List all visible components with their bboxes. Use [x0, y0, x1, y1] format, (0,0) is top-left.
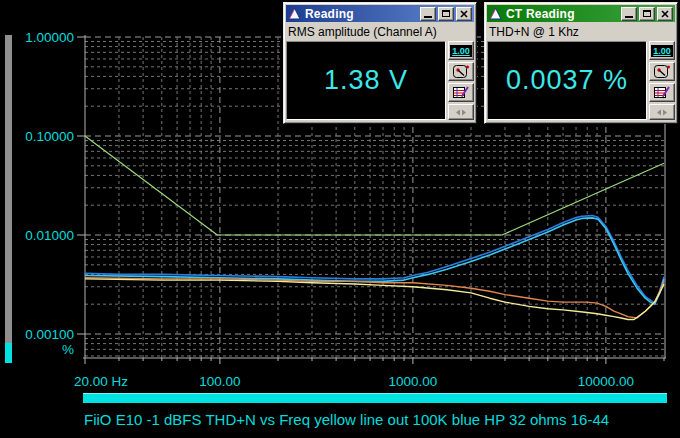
- log-data-button[interactable]: [448, 83, 474, 102]
- close-icon: [460, 10, 468, 18]
- x-tick-label: 1000.00: [388, 374, 437, 389]
- step-arrows-button-disabled: [649, 104, 675, 120]
- close-icon: [661, 10, 669, 18]
- y-tick-label: 0.01000: [25, 228, 74, 243]
- app-triangle-icon: [489, 7, 502, 20]
- step-arrows-icon: [454, 108, 468, 117]
- vertical-scrollbar-track[interactable]: [5, 35, 12, 343]
- y-tick-label: 0.00100: [25, 327, 74, 342]
- ct-reading-value: 0.0037 %: [506, 65, 628, 96]
- log-data-button[interactable]: [649, 83, 675, 102]
- range-button[interactable]: 1.00: [448, 41, 474, 60]
- log-data-icon: [452, 85, 470, 100]
- maximize-button[interactable]: [639, 7, 655, 21]
- reading-titlebar[interactable]: Reading: [286, 5, 474, 22]
- y-tick-label: 0.10000: [25, 129, 74, 144]
- series-blue-hp-32ohm-a: [85, 216, 664, 304]
- ct-reading-window: CT Reading THD+N @ 1 Khz 0.0037 % 1.00: [484, 2, 678, 124]
- step-arrows-button-disabled: [448, 104, 474, 120]
- meter-function-label: THD+N @ 1 Khz: [485, 22, 677, 41]
- analog-meter-button[interactable]: [649, 62, 675, 81]
- range-button-label: 1.00: [651, 45, 673, 57]
- reading-display: 1.38 V: [286, 41, 446, 120]
- app-triangle-icon: [288, 7, 301, 20]
- ct-reading-display: 0.0037 %: [487, 41, 647, 120]
- maximize-button[interactable]: [438, 7, 454, 21]
- y-axis-unit-label: %: [62, 342, 74, 357]
- close-button[interactable]: [456, 7, 472, 21]
- x-tick-label: 100.00: [199, 374, 240, 389]
- close-button[interactable]: [657, 7, 673, 21]
- range-button-label: 1.00: [450, 45, 472, 57]
- minimize-icon: [424, 16, 432, 18]
- reading-window: Reading RMS amplitude (Channel A) 1.38 V…: [283, 2, 477, 124]
- window-title: Reading: [305, 7, 418, 21]
- app-stage: 1.000000.100000.010000.00100%20.00 Hz100…: [0, 0, 680, 438]
- x-tick-label: 10000.00: [578, 374, 634, 389]
- chart-caption: FiiO E10 -1 dBFS THD+N vs Freq yellow li…: [84, 411, 609, 428]
- analog-meter-icon: [653, 64, 671, 79]
- analog-meter-button[interactable]: [448, 62, 474, 81]
- range-button[interactable]: 1.00: [649, 41, 675, 60]
- vertical-scrollbar[interactable]: [5, 35, 12, 363]
- series-cyan-hp-32ohm-b: [85, 218, 664, 304]
- minimize-button[interactable]: [420, 7, 436, 21]
- maximize-icon: [643, 10, 651, 17]
- minimize-icon: [625, 16, 633, 18]
- x-tick-label: 20.00 Hz: [74, 374, 128, 389]
- minimize-button[interactable]: [621, 7, 637, 21]
- meter-function-label: RMS amplitude (Channel A): [284, 22, 476, 41]
- ct-reading-titlebar[interactable]: CT Reading: [487, 5, 675, 22]
- step-arrows-icon: [655, 108, 669, 117]
- horizontal-scrollbar[interactable]: [83, 393, 667, 403]
- maximize-icon: [442, 10, 450, 17]
- vertical-scrollbar-thumb[interactable]: [5, 343, 12, 363]
- series-yellow-line-out-100k: [85, 279, 664, 320]
- log-data-icon: [653, 85, 671, 100]
- analog-meter-icon: [452, 64, 470, 79]
- y-tick-label: 1.00000: [25, 30, 74, 45]
- window-title: CT Reading: [506, 7, 619, 21]
- reading-value: 1.38 V: [324, 65, 408, 96]
